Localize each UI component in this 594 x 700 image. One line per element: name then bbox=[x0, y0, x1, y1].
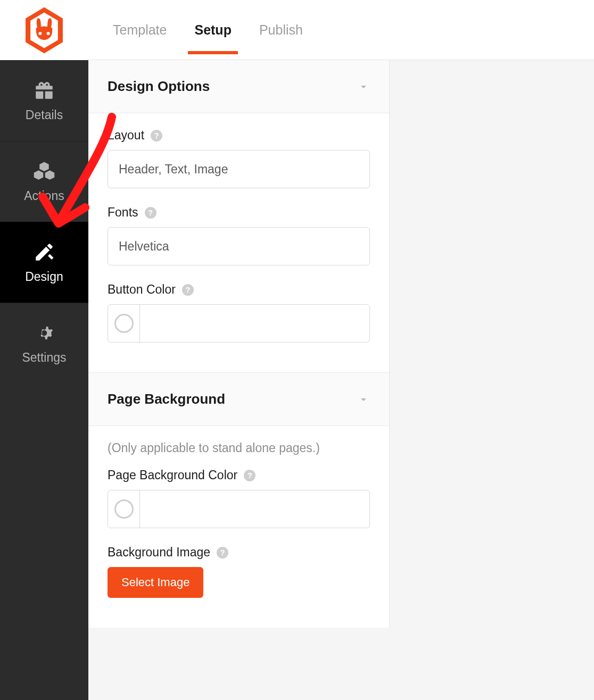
field-button-color: Button Color ? bbox=[108, 282, 370, 343]
field-page-bg-color: Page Background Color ? bbox=[108, 468, 370, 528]
sidebar-item-details[interactable]: Details bbox=[0, 60, 88, 141]
fonts-select[interactable]: Helvetica bbox=[108, 227, 370, 265]
button-color-row bbox=[108, 304, 370, 343]
cubes-icon bbox=[33, 160, 55, 182]
field-layout: Layout ? Header, Text, Image bbox=[108, 128, 370, 188]
section-header-page-background[interactable]: Page Background bbox=[88, 372, 389, 426]
help-icon[interactable]: ? bbox=[145, 207, 156, 219]
help-icon[interactable]: ? bbox=[217, 547, 228, 559]
sidebar-item-label: Design bbox=[25, 270, 63, 284]
page-bg-color-row bbox=[108, 490, 370, 528]
field-bg-image: Background Image ? Select Image bbox=[108, 545, 370, 598]
section-body-page-background: (Only applicable to stand alone pages.) … bbox=[88, 426, 389, 628]
sidebar-item-label: Details bbox=[26, 108, 63, 122]
layout-select[interactable]: Header, Text, Image bbox=[108, 150, 370, 188]
field-label: Page Background Color bbox=[108, 468, 237, 482]
brand-logo bbox=[0, 0, 88, 60]
help-icon[interactable]: ? bbox=[244, 470, 255, 481]
field-label: Layout bbox=[108, 128, 144, 143]
button-color-input[interactable] bbox=[140, 305, 369, 342]
sidebar-item-settings[interactable]: Settings bbox=[0, 303, 88, 384]
select-image-button[interactable]: Select Image bbox=[108, 567, 203, 598]
field-label: Button Color bbox=[108, 282, 176, 297]
swatch-cell bbox=[108, 305, 140, 342]
settings-panel: Design Options Layout ? Header, Text, Im… bbox=[88, 60, 390, 628]
color-swatch[interactable] bbox=[114, 314, 134, 333]
gift-icon bbox=[33, 79, 55, 102]
section-body-design-options: Layout ? Header, Text, Image Fonts ? bbox=[88, 113, 389, 372]
help-icon[interactable]: ? bbox=[151, 130, 162, 141]
field-label: Fonts bbox=[108, 205, 138, 220]
gear-icon bbox=[33, 322, 55, 344]
sidebar-item-actions[interactable]: Actions bbox=[0, 141, 88, 222]
design-tools-icon bbox=[33, 241, 55, 263]
help-icon[interactable]: ? bbox=[182, 284, 194, 296]
section-header-design-options[interactable]: Design Options bbox=[88, 60, 389, 113]
main-area: Template Setup Publish Design Options La… bbox=[88, 0, 594, 700]
section-title: Page Background bbox=[108, 391, 225, 407]
sidebar-item-label: Settings bbox=[22, 351, 66, 365]
chevron-down-icon bbox=[357, 80, 370, 93]
tab-template[interactable]: Template bbox=[112, 6, 168, 54]
chevron-down-icon bbox=[357, 393, 370, 406]
page-background-hint: (Only applicable to stand alone pages.) bbox=[108, 441, 370, 455]
svg-point-1 bbox=[47, 32, 50, 35]
svg-point-0 bbox=[38, 32, 42, 35]
layout-select-value: Header, Text, Image bbox=[119, 162, 228, 177]
color-swatch[interactable] bbox=[114, 499, 134, 519]
tab-setup[interactable]: Setup bbox=[193, 6, 232, 54]
field-label: Background Image bbox=[108, 545, 210, 560]
section-title: Design Options bbox=[108, 78, 210, 95]
sidebar: Details Actions Design Settings bbox=[0, 0, 88, 700]
sidebar-item-design[interactable]: Design bbox=[0, 222, 88, 303]
field-fonts: Fonts ? Helvetica bbox=[108, 205, 370, 265]
sidebar-item-label: Actions bbox=[24, 189, 64, 203]
topbar: Template Setup Publish bbox=[88, 0, 594, 60]
swatch-cell bbox=[108, 490, 140, 528]
bunny-hex-icon bbox=[24, 7, 64, 53]
tab-publish[interactable]: Publish bbox=[258, 6, 304, 54]
page-bg-color-input[interactable] bbox=[140, 490, 369, 528]
fonts-select-value: Helvetica bbox=[119, 239, 169, 254]
